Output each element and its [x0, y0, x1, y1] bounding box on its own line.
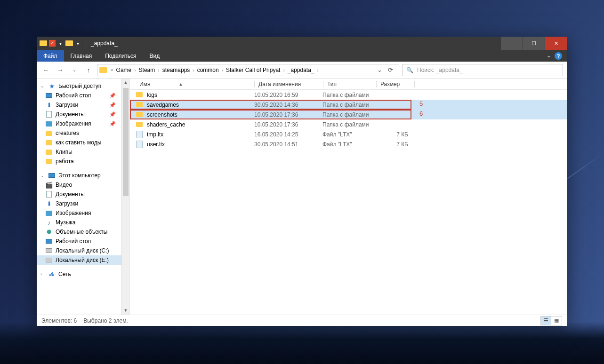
tab-view[interactable]: Вид: [143, 50, 166, 62]
sidebar-item-3d-objects[interactable]: ⬢ Объемные объекты: [37, 227, 121, 237]
sidebar-item-label: Локальный диск (E:): [56, 257, 109, 263]
sidebar-item-label: Загрузки: [56, 200, 78, 207]
caret-icon: ⌄: [40, 84, 45, 88]
breadcrumb-item[interactable]: common: [195, 67, 221, 73]
sidebar-item-label: Сеть: [58, 271, 71, 277]
forward-button[interactable]: →: [55, 64, 66, 76]
file-name: tmp.ltx: [147, 131, 254, 138]
qat-dropdown-icon[interactable]: ▾: [75, 41, 81, 46]
explorer-window: ✓ ▾ ▾ _appdata_ — ☐ ✕ Файл Главная Подел…: [37, 37, 567, 326]
sidebar-item-desktop[interactable]: Рабочий стол 📌: [37, 91, 121, 100]
view-icons-button[interactable]: ▦: [551, 317, 562, 325]
file-date: 16.05.2020 14:25: [254, 131, 322, 138]
sidebar-item-videos[interactable]: 🎬 Видео: [37, 180, 121, 190]
sidebar-item-music[interactable]: ♪ Музыка: [37, 218, 121, 227]
star-icon: ★: [48, 82, 56, 90]
file-row[interactable]: tmp.ltx16.05.2020 14:25Файл "LTX"7 КБ: [130, 129, 567, 139]
column-type[interactable]: Тип: [323, 81, 376, 87]
maximize-button[interactable]: ☐: [523, 37, 545, 50]
file-row[interactable]: screenshots10.05.2020 17:36Папка с файла…: [130, 110, 567, 119]
file-icon: [136, 131, 143, 138]
chevron-right-icon[interactable]: ›: [133, 68, 137, 73]
sidebar-item-label: Рабочий стол: [56, 238, 91, 245]
chevron-left-icon[interactable]: «: [110, 67, 114, 72]
breadcrumb-item[interactable]: _appdata_: [286, 67, 316, 73]
file-name: shaders_cache: [147, 121, 254, 128]
disk-icon: [45, 247, 53, 254]
file-row[interactable]: user.ltx30.05.2020 14:51Файл "LTX"7 КБ: [130, 139, 567, 149]
chevron-right-icon[interactable]: ›: [221, 68, 224, 73]
refresh-icon[interactable]: ⟳: [388, 66, 393, 73]
sidebar-item-disk-e[interactable]: Локальный диск (E:): [37, 255, 121, 265]
sidebar-item-clips[interactable]: Клипы: [37, 147, 121, 157]
column-headers: Имя ▲ Дата изменения Тип Размер: [130, 79, 567, 90]
sidebar-this-pc[interactable]: ⌄ Этот компьютер: [37, 171, 121, 180]
chevron-right-icon[interactable]: ›: [282, 68, 285, 73]
caret-icon: ›: [40, 272, 45, 277]
chevron-right-icon[interactable]: ›: [192, 68, 195, 73]
scrollbar-thumb[interactable]: [123, 88, 129, 196]
scroll-up-icon[interactable]: ▲: [122, 79, 129, 87]
history-dropdown-icon[interactable]: ⌄: [377, 66, 382, 73]
tab-home[interactable]: Главная: [64, 50, 99, 62]
folder-icon: [65, 40, 73, 46]
sidebar-item-label: Локальный диск (C:): [56, 247, 109, 254]
sidebar-network[interactable]: › 🖧 Сеть: [37, 269, 121, 279]
file-row[interactable]: logs10.05.2020 16:59Папка с файлами: [130, 90, 567, 100]
column-date[interactable]: Дата изменения: [255, 81, 323, 87]
pin-icon: 📌: [109, 111, 119, 118]
help-icon[interactable]: ?: [555, 52, 562, 60]
close-button[interactable]: ✕: [545, 37, 567, 50]
search-input[interactable]: 🔍 Поиск: _appdata_: [402, 64, 563, 76]
column-size[interactable]: Размер: [377, 81, 414, 87]
folder-icon: [45, 158, 53, 165]
breadcrumb[interactable]: « Game›Steam›steamapps›common›Stalker Ca…: [97, 64, 399, 76]
desktop-icon: [45, 237, 53, 245]
scroll-down-icon[interactable]: ▼: [122, 307, 129, 315]
sidebar-item-pictures[interactable]: Изображения 📌: [37, 119, 121, 128]
file-row[interactable]: savedgames30.05.2020 14:36Папка с файлам…: [130, 100, 567, 110]
breadcrumb-item[interactable]: Game: [114, 67, 134, 73]
column-name[interactable]: Имя ▲: [136, 81, 254, 87]
back-button[interactable]: ←: [40, 64, 52, 76]
sidebar-quick-access[interactable]: ⌄ ★ Быстрый доступ: [37, 81, 121, 91]
file-type: Файл "LTX": [322, 141, 375, 148]
sidebar-item-pictures2[interactable]: Изображения: [37, 208, 121, 218]
recent-dropdown-icon[interactable]: ⌄: [69, 64, 80, 76]
pin-icon: 📌: [109, 102, 119, 108]
sidebar-item-documents[interactable]: Документы 📌: [37, 110, 121, 119]
titlebar[interactable]: ✓ ▾ ▾ _appdata_ — ☐ ✕: [37, 37, 567, 50]
tab-file[interactable]: Файл: [37, 50, 64, 62]
sidebar-item-mods-guide[interactable]: как ставить моды: [37, 138, 121, 147]
breadcrumb-item[interactable]: Steam: [137, 67, 157, 73]
file-date: 10.05.2020 17:36: [254, 121, 322, 128]
sidebar-scrollbar[interactable]: ▲ ▼: [121, 79, 129, 315]
file-name: screenshots: [147, 111, 254, 118]
chevron-right-icon[interactable]: ›: [316, 68, 320, 73]
sidebar-item-label: Музыка: [56, 219, 75, 226]
sidebar-item-documents2[interactable]: Документы: [37, 190, 121, 199]
sidebar-item-downloads[interactable]: ⬇ Загрузки 📌: [37, 100, 121, 110]
file-date: 10.05.2020 17:36: [254, 111, 322, 118]
view-details-button[interactable]: ☰: [541, 317, 551, 325]
file-size: 7 КБ: [375, 141, 413, 148]
sidebar-item-label: Загрузки: [56, 102, 78, 108]
view-toggle: ☰ ▦: [540, 316, 562, 325]
file-type: Папка с файлами: [322, 102, 375, 108]
sidebar-item-desktop2[interactable]: Рабочий стол: [37, 237, 121, 246]
sidebar-item-downloads2[interactable]: ⬇ Загрузки: [37, 199, 121, 208]
tab-share[interactable]: Поделиться: [98, 50, 143, 62]
breadcrumb-item[interactable]: steamapps: [161, 67, 192, 73]
file-row[interactable]: shaders_cache10.05.2020 17:36Папка с фай…: [130, 119, 567, 129]
sidebar-item-work[interactable]: работа: [37, 157, 121, 166]
chevron-right-icon[interactable]: ›: [157, 68, 160, 73]
breadcrumb-item[interactable]: Stalker Call of Pripyat: [224, 67, 282, 73]
expand-ribbon-icon[interactable]: ⌄: [547, 53, 551, 59]
qat-dropdown-icon[interactable]: ▾: [57, 41, 64, 46]
up-button[interactable]: ↑: [83, 64, 94, 76]
sidebar-item-creatures[interactable]: creatures: [37, 128, 121, 138]
sidebar-item-disk-c[interactable]: Локальный диск (C:): [37, 246, 121, 255]
column-label: Имя: [139, 81, 150, 87]
sidebar: ⌄ ★ Быстрый доступ Рабочий стол 📌 ⬇ Загр…: [37, 79, 130, 315]
minimize-button[interactable]: —: [501, 37, 523, 50]
